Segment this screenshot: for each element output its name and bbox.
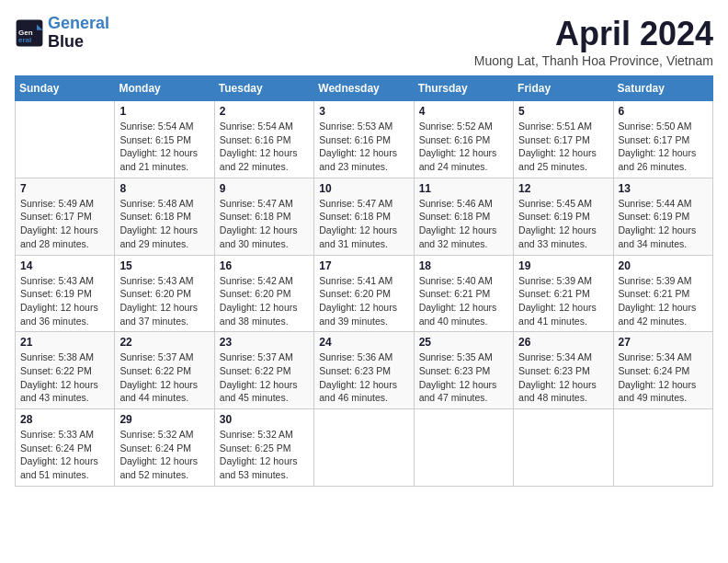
day-number: 9 [220, 182, 309, 195]
calendar-cell: 10Sunrise: 5:47 AM Sunset: 6:18 PM Dayli… [314, 178, 414, 255]
day-info: Sunrise: 5:34 AM Sunset: 6:23 PM Dayligh… [518, 350, 608, 405]
calendar-cell: 7Sunrise: 5:49 AM Sunset: 6:17 PM Daylig… [16, 178, 115, 255]
calendar-week-1: 1Sunrise: 5:54 AM Sunset: 6:15 PM Daylig… [16, 101, 713, 178]
calendar-cell: 3Sunrise: 5:53 AM Sunset: 6:16 PM Daylig… [314, 101, 414, 178]
calendar-cell [314, 409, 414, 487]
day-info: Sunrise: 5:42 AM Sunset: 6:20 PM Dayligh… [220, 274, 309, 328]
day-number: 25 [419, 336, 508, 349]
calendar-cell: 28Sunrise: 5:33 AM Sunset: 6:24 PM Dayli… [16, 409, 115, 487]
calendar-cell: 21Sunrise: 5:38 AM Sunset: 6:22 PM Dayli… [16, 332, 115, 409]
calendar-table: SundayMondayTuesdayWednesdayThursdayFrid… [15, 75, 713, 487]
day-info: Sunrise: 5:39 AM Sunset: 6:21 PM Dayligh… [619, 274, 708, 328]
day-info: Sunrise: 5:32 AM Sunset: 6:25 PM Dayligh… [220, 428, 309, 482]
calendar-cell [16, 101, 115, 178]
calendar-cell: 18Sunrise: 5:40 AM Sunset: 6:21 PM Dayli… [414, 255, 513, 332]
day-number: 26 [518, 336, 608, 349]
day-number: 12 [518, 182, 608, 195]
day-info: Sunrise: 5:47 AM Sunset: 6:18 PM Dayligh… [319, 197, 408, 251]
day-info: Sunrise: 5:32 AM Sunset: 6:24 PM Dayligh… [119, 428, 209, 482]
day-info: Sunrise: 5:50 AM Sunset: 6:17 PM Dayligh… [619, 120, 708, 174]
day-number: 24 [319, 336, 408, 349]
calendar-cell: 27Sunrise: 5:34 AM Sunset: 6:24 PM Dayli… [613, 332, 712, 409]
logo: Gen eral GeneralBlue [15, 15, 109, 52]
weekday-header-thursday: Thursday [414, 76, 513, 101]
day-info: Sunrise: 5:33 AM Sunset: 6:24 PM Dayligh… [20, 428, 109, 482]
day-number: 1 [119, 105, 209, 118]
day-info: Sunrise: 5:47 AM Sunset: 6:18 PM Dayligh… [220, 197, 309, 251]
day-number: 16 [220, 259, 309, 272]
day-number: 11 [419, 182, 508, 195]
calendar-cell: 2Sunrise: 5:54 AM Sunset: 6:16 PM Daylig… [214, 101, 313, 178]
calendar-cell: 14Sunrise: 5:43 AM Sunset: 6:19 PM Dayli… [16, 255, 115, 332]
calendar-cell: 9Sunrise: 5:47 AM Sunset: 6:18 PM Daylig… [214, 178, 313, 255]
day-number: 2 [220, 105, 309, 118]
calendar-header-row: SundayMondayTuesdayWednesdayThursdayFrid… [16, 76, 713, 101]
day-info: Sunrise: 5:54 AM Sunset: 6:15 PM Dayligh… [119, 120, 209, 174]
calendar-cell: 12Sunrise: 5:45 AM Sunset: 6:19 PM Dayli… [514, 178, 613, 255]
weekday-header-tuesday: Tuesday [214, 76, 313, 101]
weekday-header-sunday: Sunday [16, 76, 115, 101]
weekday-header-wednesday: Wednesday [314, 76, 414, 101]
calendar-cell: 5Sunrise: 5:51 AM Sunset: 6:17 PM Daylig… [514, 101, 613, 178]
calendar-week-4: 21Sunrise: 5:38 AM Sunset: 6:22 PM Dayli… [16, 332, 713, 409]
calendar-cell: 11Sunrise: 5:46 AM Sunset: 6:18 PM Dayli… [414, 178, 513, 255]
day-info: Sunrise: 5:37 AM Sunset: 6:22 PM Dayligh… [220, 350, 309, 405]
calendar-week-3: 14Sunrise: 5:43 AM Sunset: 6:19 PM Dayli… [16, 255, 713, 332]
location: Muong Lat, Thanh Hoa Province, Vietnam [474, 53, 713, 68]
day-info: Sunrise: 5:45 AM Sunset: 6:19 PM Dayligh… [518, 197, 608, 251]
calendar-cell: 16Sunrise: 5:42 AM Sunset: 6:20 PM Dayli… [214, 255, 313, 332]
title-block: April 2024 Muong Lat, Thanh Hoa Province… [474, 15, 713, 68]
calendar-cell [414, 409, 513, 487]
day-info: Sunrise: 5:49 AM Sunset: 6:17 PM Dayligh… [20, 197, 109, 251]
day-info: Sunrise: 5:54 AM Sunset: 6:16 PM Dayligh… [220, 120, 309, 174]
day-info: Sunrise: 5:38 AM Sunset: 6:22 PM Dayligh… [20, 350, 109, 405]
calendar-cell: 4Sunrise: 5:52 AM Sunset: 6:16 PM Daylig… [414, 101, 513, 178]
day-info: Sunrise: 5:34 AM Sunset: 6:24 PM Dayligh… [619, 350, 708, 405]
day-info: Sunrise: 5:43 AM Sunset: 6:19 PM Dayligh… [20, 274, 109, 328]
day-info: Sunrise: 5:41 AM Sunset: 6:20 PM Dayligh… [319, 274, 408, 328]
calendar-cell: 29Sunrise: 5:32 AM Sunset: 6:24 PM Dayli… [115, 409, 214, 487]
day-number: 18 [419, 259, 508, 272]
day-info: Sunrise: 5:40 AM Sunset: 6:21 PM Dayligh… [419, 274, 508, 328]
day-number: 17 [319, 259, 408, 272]
day-number: 7 [20, 182, 109, 195]
day-number: 3 [319, 105, 408, 118]
calendar-cell: 30Sunrise: 5:32 AM Sunset: 6:25 PM Dayli… [214, 409, 313, 487]
day-number: 5 [518, 105, 608, 118]
day-number: 15 [119, 259, 209, 272]
calendar-cell [514, 409, 613, 487]
day-number: 6 [619, 105, 708, 118]
calendar-week-5: 28Sunrise: 5:33 AM Sunset: 6:24 PM Dayli… [16, 409, 713, 487]
day-number: 29 [119, 413, 209, 426]
day-info: Sunrise: 5:36 AM Sunset: 6:23 PM Dayligh… [319, 350, 408, 405]
day-info: Sunrise: 5:48 AM Sunset: 6:18 PM Dayligh… [119, 197, 209, 251]
day-number: 20 [619, 259, 708, 272]
day-number: 23 [220, 336, 309, 349]
day-info: Sunrise: 5:52 AM Sunset: 6:16 PM Dayligh… [419, 120, 508, 174]
day-info: Sunrise: 5:44 AM Sunset: 6:19 PM Dayligh… [619, 197, 708, 251]
calendar-cell: 6Sunrise: 5:50 AM Sunset: 6:17 PM Daylig… [613, 101, 712, 178]
weekday-header-monday: Monday [115, 76, 214, 101]
day-info: Sunrise: 5:46 AM Sunset: 6:18 PM Dayligh… [419, 197, 508, 251]
day-number: 13 [619, 182, 708, 195]
calendar-cell: 25Sunrise: 5:35 AM Sunset: 6:23 PM Dayli… [414, 332, 513, 409]
day-info: Sunrise: 5:51 AM Sunset: 6:17 PM Dayligh… [518, 120, 608, 174]
day-number: 21 [20, 336, 109, 349]
day-info: Sunrise: 5:37 AM Sunset: 6:22 PM Dayligh… [119, 350, 209, 405]
calendar-cell: 22Sunrise: 5:37 AM Sunset: 6:22 PM Dayli… [115, 332, 214, 409]
page-header: Gen eral GeneralBlue April 2024 Muong La… [15, 15, 713, 68]
logo-icon: Gen eral [15, 18, 44, 48]
day-info: Sunrise: 5:53 AM Sunset: 6:16 PM Dayligh… [319, 120, 408, 174]
month-title: April 2024 [474, 15, 713, 53]
day-number: 22 [119, 336, 209, 349]
weekday-header-saturday: Saturday [613, 76, 712, 101]
calendar-cell: 13Sunrise: 5:44 AM Sunset: 6:19 PM Dayli… [613, 178, 712, 255]
svg-text:eral: eral [18, 36, 31, 44]
day-number: 8 [119, 182, 209, 195]
weekday-header-friday: Friday [514, 76, 613, 101]
calendar-week-2: 7Sunrise: 5:49 AM Sunset: 6:17 PM Daylig… [16, 178, 713, 255]
calendar-body: 1Sunrise: 5:54 AM Sunset: 6:15 PM Daylig… [16, 101, 713, 487]
calendar-cell [613, 409, 712, 487]
day-number: 28 [20, 413, 109, 426]
day-number: 27 [619, 336, 708, 349]
